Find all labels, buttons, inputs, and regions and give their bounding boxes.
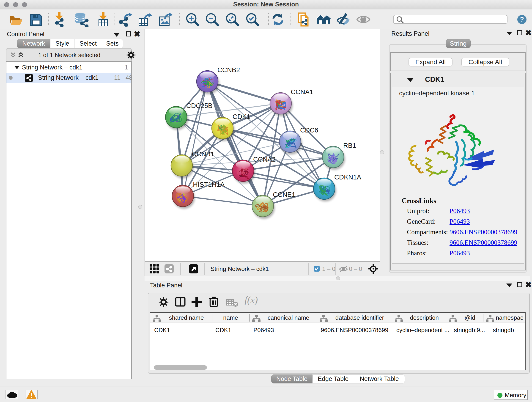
svg-text:CCNB2: CCNB2 bbox=[217, 66, 240, 74]
svg-text:CDKN1A: CDKN1A bbox=[334, 173, 361, 181]
svg-text:CCNA1: CCNA1 bbox=[291, 88, 313, 96]
svg-text:CCNA2: CCNA2 bbox=[253, 156, 276, 163]
svg-text:CDC25B: CDC25B bbox=[186, 102, 212, 109]
svg-text:HIST1H1A: HIST1H1A bbox=[193, 181, 225, 188]
svg-text:CCNB1: CCNB1 bbox=[192, 150, 214, 158]
svg-text:CCNE1: CCNE1 bbox=[273, 191, 295, 198]
svg-text:CDK1: CDK1 bbox=[233, 113, 250, 120]
svg-text:?: ? bbox=[520, 15, 524, 23]
svg-text:CDC6: CDC6 bbox=[300, 127, 318, 134]
svg-text:RB1: RB1 bbox=[343, 142, 356, 149]
